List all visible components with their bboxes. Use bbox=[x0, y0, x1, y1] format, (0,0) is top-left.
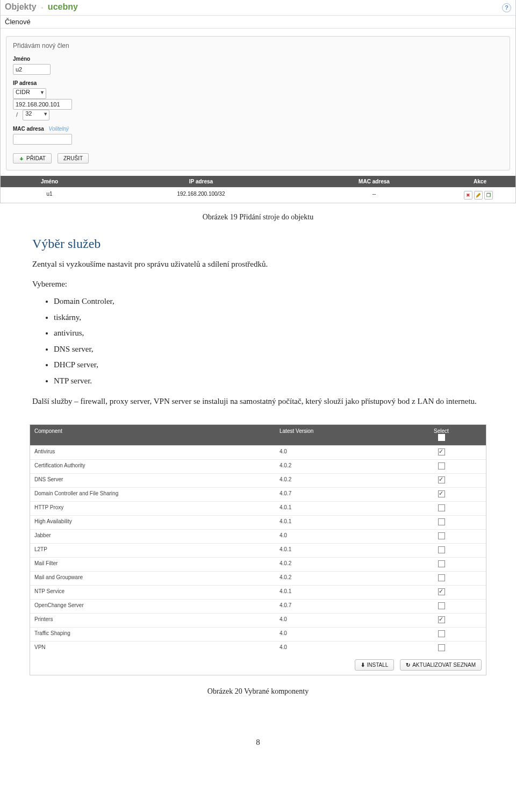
row-checkbox[interactable] bbox=[438, 630, 445, 637]
update-list-button[interactable]: ↻AKTUALIZOVAT SEZNAM bbox=[400, 659, 482, 671]
list-item: antivirus, bbox=[54, 325, 484, 341]
breadcrumb: ? Objekty ▫ ucebny bbox=[1, 0, 515, 15]
table-row: Traffic Shaping4.0 bbox=[30, 627, 486, 641]
mac-label: MAC adresa Volitelný bbox=[13, 126, 503, 132]
cell-version: 4.0.7 bbox=[275, 488, 397, 501]
cell-name: u1 bbox=[1, 188, 98, 203]
table-row: HTTP Proxy4.0.1 bbox=[30, 501, 486, 515]
figure-caption-20: Obrázek 20 Vybrané komponenty bbox=[32, 687, 484, 696]
table-row: DNS Server4.0.2 bbox=[30, 473, 486, 487]
row-checkbox[interactable] bbox=[438, 574, 445, 581]
cell-version: 4.0 bbox=[275, 530, 397, 543]
cancel-button[interactable]: ZRUŠIT bbox=[58, 153, 89, 163]
components-table-header: Component Latest Version Select bbox=[30, 425, 486, 445]
row-checkbox[interactable] bbox=[438, 504, 445, 511]
cell-component: HTTP Proxy bbox=[30, 502, 275, 515]
cell-select bbox=[397, 614, 486, 627]
col-mac: MAC adresa bbox=[304, 176, 445, 187]
list-item: DNS server, bbox=[54, 341, 484, 357]
cell-component: High Availability bbox=[30, 516, 275, 529]
row-checkbox[interactable] bbox=[438, 532, 445, 539]
cell-version: 4.0.7 bbox=[275, 600, 397, 613]
clone-icon[interactable]: ❐ bbox=[484, 191, 493, 200]
cell-version: 4.0 bbox=[275, 642, 397, 655]
cell-component: NTP Service bbox=[30, 586, 275, 599]
col-ip: IP adresa bbox=[98, 176, 304, 187]
add-button-label: PŘIDAT bbox=[26, 155, 46, 161]
paragraph: Vybereme: bbox=[32, 276, 484, 292]
row-checkbox[interactable] bbox=[438, 462, 445, 469]
cell-select bbox=[397, 530, 486, 543]
cell-component: Antivirus bbox=[30, 446, 275, 459]
name-label: Jméno bbox=[13, 56, 503, 62]
cell-select bbox=[397, 488, 486, 501]
cell-select bbox=[397, 628, 486, 641]
update-list-button-label: AKTUALIZOVAT SEZNAM bbox=[412, 662, 476, 668]
delete-icon[interactable]: ✖ bbox=[464, 191, 472, 200]
screenshot-members-panel: ? Objekty ▫ ucebny Členové Přidávám nový… bbox=[0, 0, 516, 203]
col-name: Jméno bbox=[1, 176, 98, 187]
mask-select-value: 32 bbox=[25, 110, 32, 117]
plus-icon bbox=[19, 156, 24, 161]
row-checkbox[interactable] bbox=[438, 644, 445, 651]
cell-version: 4.0.2 bbox=[275, 572, 397, 585]
row-checkbox[interactable] bbox=[438, 602, 445, 609]
table-row: NTP Service4.0.1 bbox=[30, 585, 486, 599]
col-version: Latest Version bbox=[275, 425, 397, 445]
mask-select[interactable]: 32 ▼ bbox=[23, 110, 49, 120]
cell-component: Certification Authority bbox=[30, 460, 275, 473]
col-select: Select bbox=[397, 425, 486, 445]
help-icon[interactable]: ? bbox=[502, 3, 511, 12]
ip-input[interactable]: 192.168.200.101 bbox=[13, 99, 72, 110]
chevron-down-icon: ▼ bbox=[43, 111, 48, 117]
cell-select bbox=[397, 572, 486, 585]
table-row: Mail and Groupware4.0.2 bbox=[30, 571, 486, 585]
cell-version: 4.0 bbox=[275, 628, 397, 641]
cell-select bbox=[397, 586, 486, 599]
cidr-select[interactable]: CIDR ▼ bbox=[13, 88, 46, 99]
row-checkbox[interactable] bbox=[438, 588, 445, 595]
ip-label: IP adresa bbox=[13, 80, 503, 86]
panel-title: Přidávám nový člen bbox=[13, 42, 503, 49]
cell-version: 4.0 bbox=[275, 446, 397, 459]
list-item: tiskárny, bbox=[54, 310, 484, 325]
row-checkbox[interactable] bbox=[438, 518, 445, 525]
cell-version: 4.0.2 bbox=[275, 460, 397, 473]
cell-select bbox=[397, 446, 486, 459]
col-actions: Akce bbox=[445, 176, 515, 187]
row-checkbox[interactable] bbox=[438, 546, 445, 553]
list-item: Domain Controler, bbox=[54, 294, 484, 309]
row-checkbox[interactable] bbox=[438, 616, 445, 623]
breadcrumb-root[interactable]: Objekty bbox=[5, 2, 37, 11]
table-row: High Availability4.0.1 bbox=[30, 515, 486, 529]
row-checkbox[interactable] bbox=[438, 560, 445, 567]
cell-component: VPN bbox=[30, 642, 275, 655]
cell-component: L2TP bbox=[30, 544, 275, 557]
cell-mac: -- bbox=[304, 188, 445, 203]
breadcrumb-separator-icon: ▫ bbox=[41, 4, 43, 11]
table-row: Domain Controller and File Sharing4.0.7 bbox=[30, 487, 486, 501]
add-button[interactable]: PŘIDAT bbox=[13, 153, 52, 163]
section-heading: Výběr služeb bbox=[32, 237, 484, 251]
name-input[interactable]: u2 bbox=[13, 64, 51, 75]
select-all-checkbox[interactable] bbox=[438, 434, 445, 441]
cell-component: Jabber bbox=[30, 530, 275, 543]
row-checkbox[interactable] bbox=[438, 448, 445, 455]
cell-select bbox=[397, 558, 486, 571]
row-checkbox[interactable] bbox=[438, 490, 445, 497]
components-footer: ⬇INSTALL ↻AKTUALIZOVAT SEZNAM bbox=[30, 655, 486, 675]
cell-component: Mail Filter bbox=[30, 558, 275, 571]
install-button[interactable]: ⬇INSTALL bbox=[355, 659, 395, 671]
row-checkbox[interactable] bbox=[438, 476, 445, 483]
col-component: Component bbox=[30, 425, 275, 445]
chevron-down-icon: ▼ bbox=[40, 90, 45, 95]
cell-ip: 192.168.200.100/32 bbox=[98, 188, 304, 203]
edit-icon[interactable] bbox=[474, 191, 483, 200]
cell-select bbox=[397, 600, 486, 613]
mac-input[interactable] bbox=[13, 134, 72, 145]
paragraph: Zentyal si vyzkoušíme nastavit pro správ… bbox=[32, 257, 484, 272]
cell-version: 4.0 bbox=[275, 614, 397, 627]
cell-select bbox=[397, 544, 486, 557]
list-item: NTP server. bbox=[54, 373, 484, 389]
bullet-list: Domain Controler, tiskárny, antivirus, D… bbox=[54, 294, 484, 388]
